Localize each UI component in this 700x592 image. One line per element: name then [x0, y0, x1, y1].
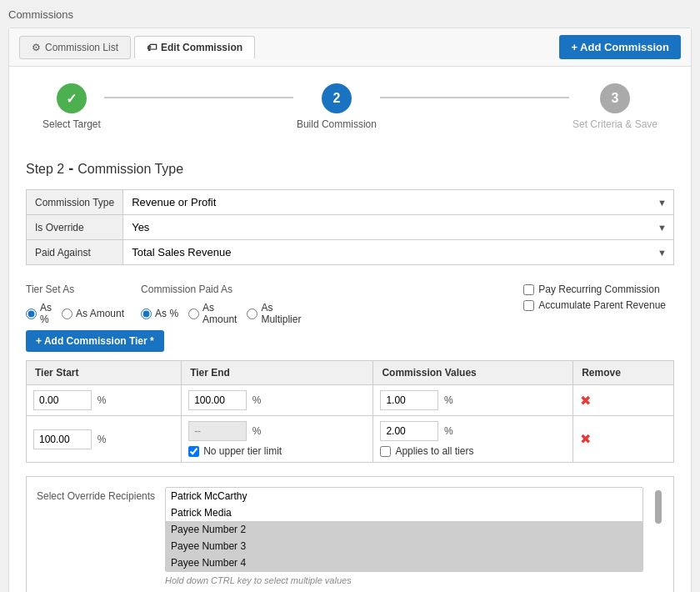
pay-recurring-label: Pay Recurring Commission [538, 283, 659, 295]
step-set-criteria: 3 Set Criteria & Save [572, 83, 658, 130]
paid-as-pct[interactable]: As % [141, 308, 178, 319]
commission-type-label: Commission Type [27, 190, 123, 215]
options-row: Tier Set As As% As Amount Comm [26, 275, 674, 330]
step-circle-3: 3 [600, 83, 630, 113]
step-line-2 [380, 97, 569, 98]
scrollbar-thumb[interactable] [655, 490, 662, 524]
tier-row-2-end-input [188, 421, 247, 441]
tier-row-2-commission-unit: % [444, 425, 453, 437]
page-title: Commissions [8, 8, 692, 21]
tier-set-as-amount-label: As Amount [76, 308, 124, 319]
is-override-row: Is Override Yes ▼ [27, 215, 674, 240]
tier-set-as-radios: As% As Amount [26, 302, 124, 325]
edit-commission-icon: 🏷 [147, 42, 157, 53]
no-upper-limit-row: No upper tier limit [188, 445, 366, 457]
tab-commission-list-label: Commission List [45, 42, 118, 53]
tier-row-2-commission-input[interactable] [380, 421, 438, 441]
recipient-payee-2[interactable]: Payee Number 2 [166, 521, 642, 538]
is-override-value-cell: Yes ▼ [123, 215, 674, 240]
tier-set-as-group: Tier Set As As% As Amount [26, 283, 124, 325]
applies-to-all-tiers-text: Applies to all tiers [395, 445, 473, 457]
tier-row-1-end-cell: % [182, 385, 373, 416]
step-build-commission: 2 Build Commission [297, 83, 377, 130]
step-subheading: Commission Type [78, 162, 183, 176]
is-override-select-wrapper: Yes ▼ [123, 215, 673, 239]
tier-set-as-label: Tier Set As [26, 283, 124, 295]
paid-against-select[interactable]: Total Sales Revenue [123, 240, 673, 264]
tab-commission-list[interactable]: ⚙ Commission List [19, 36, 131, 59]
tier-row-1-remove-icon[interactable]: ✖ [580, 394, 591, 408]
step-circle-2: 2 [322, 83, 352, 113]
tier-row-2-end-cell: % No upper tier limit [182, 416, 373, 463]
commission-paid-as-group: Commission Paid As As % AsAmount AsMu [141, 283, 301, 325]
step-label-2: Build Commission [297, 118, 377, 130]
applies-to-all-tiers-checkbox[interactable] [380, 446, 391, 457]
tier-row-1-commission-cell: % [373, 385, 573, 416]
paid-against-value-cell: Total Sales Revenue ▼ [123, 240, 674, 265]
step-number: Step 2 [26, 162, 64, 176]
nav-tabs: ⚙ Commission List 🏷 Edit Commission [19, 36, 255, 59]
tier-row-2-remove-icon[interactable]: ✖ [580, 432, 591, 446]
commission-type-select[interactable]: Revenue or Profit [123, 190, 673, 214]
paid-as-amount-label: AsAmount [202, 302, 237, 325]
tier-row-2-commission-cell: % Applies to all tiers [373, 416, 573, 463]
tier-row-2-start-input[interactable] [33, 429, 92, 449]
recipient-payee-4[interactable]: Payee Number 4 [166, 554, 642, 571]
step-heading: Step 2 - Commission Type [26, 160, 674, 178]
recipients-select[interactable]: Patrick McCarthy Patrick Media Payee Num… [165, 487, 643, 572]
is-override-select[interactable]: Yes [123, 215, 673, 239]
commission-type-row: Commission Type Revenue or Profit ▼ [27, 190, 674, 215]
step-label-3: Set Criteria & Save [572, 118, 658, 130]
tier-start-header: Tier Start [27, 361, 182, 385]
ctrl-hint: Hold down CTRL key to select multiple va… [165, 575, 643, 585]
tier-table: Tier Start Tier End Commission Values Re… [26, 360, 674, 463]
add-commission-button[interactable]: + Add Commission [559, 35, 681, 59]
tier-row-2-start-unit: % [98, 434, 107, 445]
tier-row-1-commission-input[interactable] [380, 390, 438, 410]
commission-type-table: Commission Type Revenue or Profit ▼ Is O… [26, 189, 674, 265]
stepper: ✓ Select Target 2 Build Commission 3 Set… [9, 67, 691, 147]
step-line-1 [104, 97, 293, 98]
paid-against-row: Paid Against Total Sales Revenue ▼ [27, 240, 674, 265]
step-label-1: Select Target [42, 118, 101, 130]
scrollbar-area [653, 487, 663, 524]
main-card: ⚙ Commission List 🏷 Edit Commission + Ad… [8, 28, 692, 592]
tier-set-as-amount[interactable]: As Amount [62, 308, 124, 319]
paid-as-amount[interactable]: AsAmount [188, 302, 237, 325]
tier-row-1-remove-cell: ✖ [573, 385, 674, 416]
paid-against-select-wrapper: Total Sales Revenue ▼ [123, 240, 673, 264]
recipient-payee-3[interactable]: Payee Number 3 [166, 538, 642, 554]
remove-header: Remove [573, 361, 674, 385]
accumulate-parent-checkbox[interactable]: Accumulate Parent Revenue [523, 299, 666, 311]
tier-row-1-start-input[interactable] [33, 390, 92, 410]
tier-row-1: % % % ✖ [27, 385, 674, 416]
is-override-label: Is Override [27, 215, 123, 240]
commission-type-select-wrapper: Revenue or Profit ▼ [123, 190, 673, 214]
no-upper-limit-label: No upper tier limit [203, 445, 282, 457]
tier-row-2-end-unit: % [252, 425, 262, 437]
recipient-patrick-media[interactable]: Patrick Media [166, 504, 642, 521]
tier-row-1-commission-unit: % [444, 394, 453, 406]
tier-row-2: % % No upper tier limit % [27, 416, 674, 463]
tab-edit-commission[interactable]: 🏷 Edit Commission [134, 36, 255, 59]
tier-set-as-pct-label: As% [40, 302, 52, 325]
page-wrapper: Commissions ⚙ Commission List 🏷 Edit Com… [0, 0, 700, 592]
recipients-wrapper: Patrick McCarthy Patrick Media Payee Num… [165, 487, 643, 585]
recipient-patrick-mccarthy[interactable]: Patrick McCarthy [166, 488, 642, 504]
tier-set-as-pct[interactable]: As% [26, 302, 52, 325]
no-upper-limit-checkbox[interactable] [188, 446, 199, 457]
pay-recurring-checkbox[interactable]: Pay Recurring Commission [523, 283, 666, 295]
paid-as-multiplier-label: AsMultiplier [261, 302, 301, 325]
tier-row-1-end-input[interactable] [188, 390, 247, 410]
override-inner: Select Override Recipients Patrick McCar… [37, 487, 663, 585]
tier-row-2-start-cell: % [27, 416, 182, 463]
add-commission-tier-button[interactable]: + Add Commission Tier * [26, 330, 164, 352]
tab-edit-commission-label: Edit Commission [161, 42, 242, 53]
paid-against-label: Paid Against [27, 240, 123, 265]
override-section: Select Override Recipients Patrick McCar… [26, 476, 674, 592]
paid-as-multiplier[interactable]: AsMultiplier [247, 302, 301, 325]
applies-to-all-tiers-label[interactable]: Applies to all tiers [380, 445, 566, 457]
accumulate-parent-label: Accumulate Parent Revenue [538, 299, 666, 311]
tier-row-1-end-unit: % [252, 394, 262, 406]
commission-list-icon: ⚙ [32, 42, 41, 53]
